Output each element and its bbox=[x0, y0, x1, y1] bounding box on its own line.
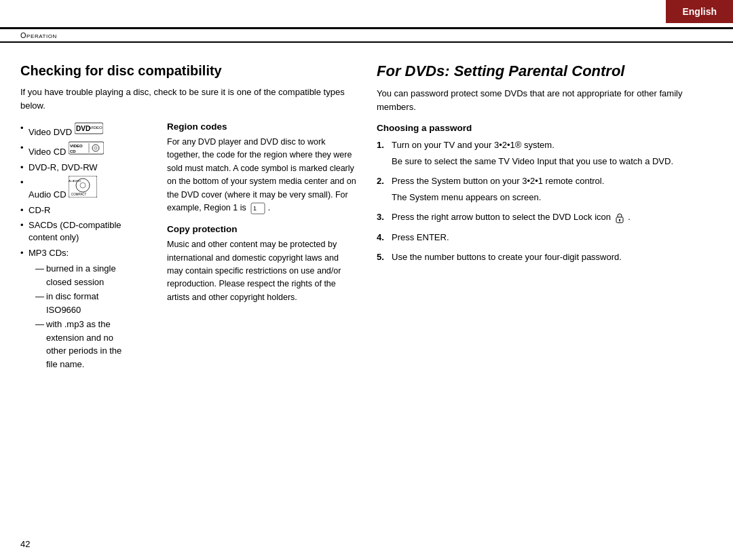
step-4-num: 4. bbox=[377, 231, 392, 244]
svg-point-8 bbox=[94, 147, 97, 149]
list-item: Video CD VIDEO CD bbox=[20, 141, 156, 160]
step-5-num: 5. bbox=[377, 250, 392, 264]
step-2-main: Press the System button on your 3•2•1 re… bbox=[392, 176, 604, 186]
language-label: English bbox=[682, 6, 717, 17]
operation-header: Operation bbox=[0, 27, 733, 43]
step-3: 3. Press the right arrow button to selec… bbox=[377, 210, 713, 224]
disc-info: Region codes For any DVD player and DVD … bbox=[167, 122, 356, 372]
step-4: 4. Press ENTER. bbox=[377, 231, 713, 244]
right-column: For DVDs: Setting Parental Control You c… bbox=[377, 62, 713, 540]
svg-text:CD: CD bbox=[70, 149, 76, 153]
step-3-main: Press the right arrow button to select t… bbox=[392, 212, 611, 222]
region-codes-body: For any DVD player and DVD disc to work … bbox=[167, 136, 356, 214]
svg-text:DIGITAL AUDIO: DIGITAL AUDIO bbox=[69, 179, 81, 183]
step-2-note: The System menu appears on screen. bbox=[392, 191, 713, 204]
region-codes-title: Region codes bbox=[167, 122, 356, 132]
svg-point-7 bbox=[92, 145, 99, 151]
left-section-intro: If you have trouble playing a disc, chec… bbox=[20, 86, 356, 112]
main-content: Checking for disc compatibility If you h… bbox=[0, 49, 733, 560]
step-1-num: 1. bbox=[377, 138, 392, 168]
lock-icon bbox=[615, 212, 624, 223]
language-tab[interactable]: English bbox=[666, 0, 733, 23]
list-subitem: in disc formatISO9660 bbox=[35, 290, 156, 316]
list-item: Audio CD COMPACT DIGITAL AUDIO bbox=[20, 176, 156, 202]
list-item: DVD-R, DVD-RW bbox=[20, 161, 156, 175]
step-5: 5. Use the number buttons to create your… bbox=[377, 250, 713, 264]
step-3-suffix: . bbox=[628, 212, 631, 222]
step-5-main: Use the number buttons to create your fo… bbox=[392, 252, 622, 262]
steps-list: 1. Turn on your TV and your 3•2•1® syste… bbox=[377, 138, 713, 271]
dvd-logo-icon: DVD VIDEO bbox=[75, 122, 103, 135]
svg-text:COMPACT: COMPACT bbox=[71, 193, 86, 196]
copy-protection-body: Music and other content may be protected… bbox=[167, 238, 356, 304]
step-3-num: 3. bbox=[377, 210, 392, 224]
list-item: SACDs (CD-compatiblecontent only) bbox=[20, 219, 156, 244]
disc-section: Video DVD DVD VIDEO Video CD bbox=[20, 122, 356, 372]
left-section-title: Checking for disc compatibility bbox=[20, 62, 356, 79]
list-subitem: with .mp3 as theextension and noother pe… bbox=[35, 318, 156, 371]
step-1: 1. Turn on your TV and your 3•2•1® syste… bbox=[377, 138, 713, 168]
step-4-main: Press ENTER. bbox=[392, 232, 449, 242]
list-item: Video DVD DVD VIDEO bbox=[20, 122, 156, 140]
svg-text:VIDEO: VIDEO bbox=[90, 126, 102, 130]
list-subitem: burned in a singleclosed session bbox=[35, 262, 156, 288]
svg-point-11 bbox=[80, 183, 86, 188]
step-2-num: 2. bbox=[377, 174, 392, 204]
dvd-section-title: For DVDs: Setting Parental Control bbox=[377, 62, 713, 80]
step-1-main: Turn on your TV and your 3•2•1® system. bbox=[392, 140, 555, 150]
list-item: CD-R bbox=[20, 204, 156, 218]
dvd-intro: You can password protect some DVDs that … bbox=[377, 87, 713, 113]
operation-label: Operation bbox=[20, 31, 57, 39]
step-2: 2. Press the System button on your 3•2•1… bbox=[377, 174, 713, 204]
left-column: Checking for disc compatibility If you h… bbox=[20, 62, 356, 540]
svg-text:DVD: DVD bbox=[76, 125, 90, 132]
svg-text:1: 1 bbox=[253, 205, 257, 212]
svg-point-17 bbox=[618, 219, 620, 221]
step-1-note: Be sure to select the same TV Video Inpu… bbox=[392, 155, 713, 168]
compactdisc-logo-icon: COMPACT DIGITAL AUDIO bbox=[69, 176, 97, 198]
choosing-password-subtitle: Choosing a password bbox=[377, 123, 713, 133]
region-codes-section: Region codes For any DVD player and DVD … bbox=[167, 122, 356, 214]
region-1-icon: 1 bbox=[250, 202, 265, 214]
page-number: 42 bbox=[20, 539, 30, 549]
videocd-logo-icon: VIDEO CD bbox=[69, 141, 104, 155]
copy-protection-title: Copy protection bbox=[167, 224, 356, 234]
svg-text:VIDEO: VIDEO bbox=[70, 144, 83, 148]
copy-protection-section: Copy protection Music and other content … bbox=[167, 224, 356, 304]
list-item: MP3 CDs: burned in a singleclosed sessio… bbox=[20, 246, 156, 371]
disc-list: Video DVD DVD VIDEO Video CD bbox=[20, 122, 156, 372]
